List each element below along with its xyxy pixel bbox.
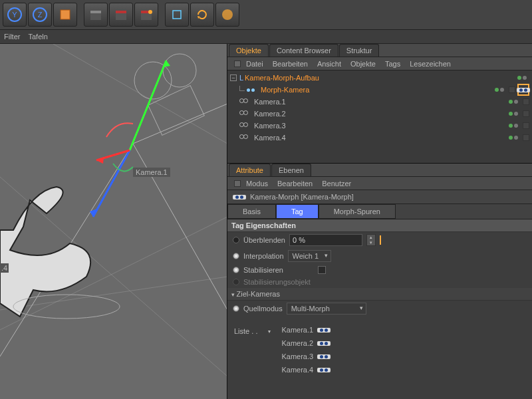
morph-tag-selected[interactable]	[517, 84, 529, 96]
section-tag-props: Tag Eigenschaften	[227, 219, 532, 232]
sub-toolbar: Filter Tafeln	[0, 29, 532, 44]
label-interpolation: Interpolation	[243, 252, 284, 260]
btn-morph-tracks[interactable]: Morph-Spuren	[319, 204, 396, 219]
list-item: Kamera.4	[281, 366, 331, 374]
menu-objects[interactable]: Objekte	[350, 60, 376, 68]
list-item: Kamera.2	[281, 339, 331, 347]
tab-structure[interactable]: Struktur	[339, 44, 380, 57]
node-cam2[interactable]: Kamera.2	[254, 110, 286, 118]
menu-tags[interactable]: Tags	[385, 60, 400, 68]
camera-list[interactable]: Kamera.1 Kamera.2 Kamera.3 Kamera.4	[281, 326, 331, 374]
morph-tag-icon	[317, 341, 331, 346]
cube-button[interactable]	[53, 3, 77, 27]
svg-rect-14	[0, 44, 227, 399]
svg-point-13	[222, 9, 233, 20]
viewport-3d[interactable]: Kamera.1 .4	[0, 44, 227, 399]
tab-content-browser[interactable]: Content Browser	[269, 44, 338, 57]
objects-menubar: Datei Bearbeiten Ansicht Objekte Tags Le…	[227, 57, 532, 70]
svg-rect-9	[141, 13, 152, 20]
axis-y-button[interactable]: Y	[3, 3, 27, 27]
svg-rect-12	[173, 11, 181, 19]
node-cam1[interactable]: Kamera.1	[254, 98, 286, 106]
anim-dot	[233, 279, 239, 285]
list-label: Liste . .	[234, 321, 257, 374]
filter-menu[interactable]: Filter	[4, 33, 20, 41]
node-cam3[interactable]: Kamera.3	[254, 122, 286, 130]
panel-anchor-icon[interactable]	[234, 61, 241, 67]
checkbox-stabilize[interactable]	[318, 266, 326, 274]
camera-view-icon[interactable]	[523, 98, 529, 105]
menu-edit[interactable]: Bearbeiten	[273, 60, 308, 68]
anim-dot[interactable]	[233, 267, 239, 273]
node-cam4[interactable]: Kamera.4	[254, 134, 286, 142]
svg-point-11	[148, 10, 152, 14]
camera-icon	[239, 110, 251, 117]
expand-icon[interactable]: −	[230, 74, 237, 81]
input-blend[interactable]	[289, 234, 362, 246]
panel-tabs: Objekte Content Browser Struktur	[227, 44, 532, 57]
menu-edit2[interactable]: Bearbeiten	[277, 180, 313, 188]
camera-view-icon[interactable]	[523, 110, 529, 117]
viewport-label-cam1: Kamera.1	[133, 168, 170, 177]
attribute-manager: Attribute Ebenen Modus Bearbeiten Benutz…	[227, 164, 532, 399]
anim-dot[interactable]	[233, 253, 239, 259]
morph-tag-icon	[317, 368, 331, 372]
tab-attribute[interactable]: Attribute	[229, 164, 271, 176]
label-blend: Überblenden	[243, 236, 285, 244]
menu-mode[interactable]: Modus	[246, 180, 268, 188]
svg-rect-5	[90, 13, 101, 20]
menu-user[interactable]: Benutzer	[322, 180, 351, 188]
camera-icon	[239, 122, 251, 129]
axis-z-button[interactable]: Z	[28, 3, 52, 27]
menu-file[interactable]: Datei	[246, 60, 263, 68]
anim-dot[interactable]	[233, 237, 239, 243]
cursor-icon	[380, 235, 381, 245]
camera-view-icon[interactable]	[523, 134, 529, 141]
list-item: Kamera.1	[281, 326, 331, 334]
svg-rect-7	[116, 13, 126, 20]
menu-bookmarks[interactable]: Lesezeichen	[410, 60, 451, 68]
btn-basis[interactable]: Basis	[227, 204, 276, 219]
camera-view-icon[interactable]	[509, 86, 515, 93]
btn-tag[interactable]: Tag	[276, 204, 319, 219]
dropdown-source-mode[interactable]: Multi-Morph	[287, 303, 366, 315]
camera-icon	[239, 98, 251, 105]
highlight-button[interactable]	[215, 3, 239, 27]
spinner-blend[interactable]: ▴▾	[366, 234, 376, 246]
panel-anchor-icon[interactable]	[234, 180, 241, 187]
label-stab-object: Stabilisierungsobjekt	[243, 278, 311, 286]
section-target-cameras[interactable]: Ziel-Kameras	[227, 288, 532, 301]
tab-objects[interactable]: Objekte	[229, 44, 269, 57]
object-tree[interactable]: − L Kamera-Morph-Aufbau Morph-Kamera Kam…	[227, 70, 532, 164]
svg-rect-4	[61, 10, 70, 19]
refresh-button[interactable]	[190, 3, 214, 27]
tab-layers[interactable]: Ebenen	[271, 164, 311, 176]
node-root[interactable]: Kamera-Morph-Aufbau	[245, 74, 319, 82]
viewport-label-cam4: .4	[0, 263, 9, 273]
morph-tag-icon	[233, 195, 246, 200]
clapper2-button[interactable]	[109, 3, 133, 27]
morph-tag-icon	[317, 328, 331, 332]
svg-rect-8	[116, 11, 126, 13]
clapper3-button[interactable]	[134, 3, 158, 27]
svg-rect-6	[90, 11, 101, 13]
menu-view[interactable]: Ansicht	[317, 60, 341, 68]
panels-menu[interactable]: Tafeln	[28, 33, 47, 41]
camera-view-icon[interactable]	[523, 122, 529, 129]
svg-text:Y: Y	[12, 11, 17, 19]
wireframe-cube-button[interactable]	[165, 3, 189, 27]
dropdown-interpolation[interactable]: Weich 1	[288, 250, 332, 262]
list-item: Kamera.3	[281, 352, 331, 360]
morph-tag-icon	[317, 354, 331, 359]
morph-camera-icon	[246, 86, 258, 94]
node-morph-camera[interactable]: Morph-Kamera	[261, 86, 309, 94]
label-source-mode: Quellmodus	[243, 305, 283, 313]
label-stabilize: Stabilisieren	[243, 266, 283, 274]
main-toolbar: Y Z	[0, 0, 532, 29]
camera-icon	[239, 134, 251, 141]
svg-text:Z: Z	[38, 11, 43, 19]
anim-dot[interactable]	[233, 305, 239, 312]
attribute-title: Kamera-Morph [Kamera-Morph]	[250, 193, 354, 201]
clapper1-button[interactable]	[84, 3, 108, 27]
